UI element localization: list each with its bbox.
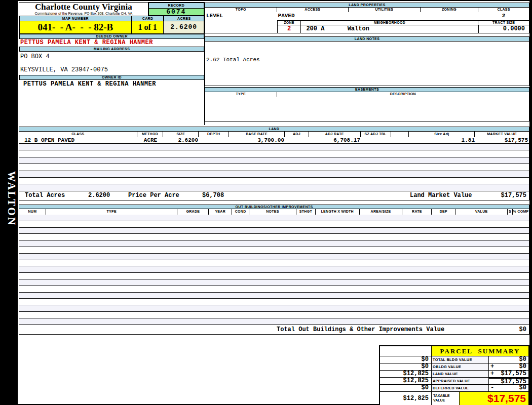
easement-type-header: TYPE — [205, 92, 277, 97]
land-column-headers: CLASS METHOD SIZE DEPTH BASE RATE ADJ AD… — [19, 132, 529, 137]
out-buildings-total-row: Total Out Buildings & Other Improvements… — [19, 325, 529, 335]
summary-row-deferred: $0 DEFERRED VALUE - $0 — [380, 385, 528, 392]
appraised-value-label: APPRAISED VALUE — [432, 378, 489, 385]
empty-row — [19, 221, 529, 228]
map-card-acres-labels: MAP NUMBER CARD ACRES — [19, 16, 204, 21]
county-header-row: Charlotte County Virginia Commissioner o… — [19, 3, 204, 16]
obldg-amount: $0 — [519, 363, 526, 370]
zone-value-spacer — [205, 25, 277, 33]
land-market-value-total: $17,575 — [501, 191, 526, 200]
empty-row — [19, 228, 529, 234]
empty-row — [19, 247, 529, 254]
land-totals-row: Total Acres 2.6200 Price Per Acre $6,708… — [19, 191, 529, 200]
zone-header: ZONE — [277, 20, 301, 25]
ob-col-s: S — [508, 209, 513, 215]
land-empty-rows — [19, 144, 529, 191]
tract-size-header: TRACT SIZE — [478, 20, 529, 25]
taxable-value-label: TAXABLE VALUE — [432, 392, 460, 405]
empty-row — [19, 157, 529, 164]
utilities-header: UTILITIES — [349, 8, 421, 12]
map-number-value: 041- - A- - - 82-B — [19, 21, 132, 34]
empty-row — [19, 279, 529, 286]
taxable-value: $17,575 — [460, 392, 528, 405]
land-row: 12 B OPEN PAVED ACRE 2.6200 3,700.00 6,7… — [19, 137, 529, 144]
price-per-acre-label: Price Per Acre — [128, 191, 179, 200]
empty-row — [19, 215, 529, 221]
empty-row — [19, 164, 529, 171]
empty-row — [19, 273, 529, 279]
empty-row — [19, 150, 529, 157]
empty-row — [19, 260, 529, 267]
summary-row-land: $12,825 LAND VALUE + $17,575 — [380, 371, 528, 378]
land-properties-panel: LAND PROPERTIES TOPO ACCESS UTILITIES ZO… — [205, 3, 529, 122]
county-subtitle: Commissioner of the Revenue, PO Box 308,… — [19, 12, 148, 15]
total-acres-label: Total Acres — [25, 191, 65, 200]
acres-value: 2.6200 — [164, 21, 204, 34]
land-properties-title: LAND PROPERTIES — [205, 3, 529, 8]
ob-col-length-width: LENGTH X WIDTH — [316, 209, 360, 215]
zone-neighborhood-headers: ZONE NEIGHBORHOOD TRACT SIZE — [205, 20, 529, 25]
ob-col-notes: NOTES — [249, 209, 296, 215]
land-value-label: LAND VALUE — [432, 371, 489, 378]
summary-row-taxable: $12,825 TAXABLE VALUE $17,575 — [380, 392, 528, 405]
easement-description-header: DESCRIPTION — [277, 92, 529, 97]
class-value: 2 — [478, 12, 529, 20]
prior-total-bldg-value: $0 — [380, 356, 432, 363]
acres-label: ACRES — [164, 16, 204, 21]
land-size-adj: 1.81 — [410, 137, 475, 143]
district-vertical-label: WALTON — [2, 171, 18, 252]
county-header: Charlotte County Virginia Commissioner o… — [19, 3, 148, 16]
land-market-value: $17,575 — [476, 137, 528, 143]
record-number: 6074 — [148, 9, 204, 16]
owner-id-value: PETTUS PAMELA KENT & REGINA HANMER — [19, 80, 204, 88]
address-line-2: KEYSVILLE, VA 23947-0075 — [20, 66, 108, 73]
easements-box — [205, 97, 529, 122]
neighborhood-value: 200 A Walton — [301, 25, 478, 33]
neighborhood-code: 200 A — [306, 25, 324, 32]
land-col-method: METHOD — [137, 132, 164, 137]
appraised-value: $17,575 — [489, 378, 528, 385]
map-card-acres-values: 041- - A- - - 82-B 1 of 1 2.6200 — [19, 21, 204, 34]
land-title: LAND — [19, 127, 529, 132]
ob-col-grade: GRADE — [177, 209, 209, 215]
empty-row — [19, 171, 529, 178]
empty-row — [19, 299, 529, 305]
empty-row — [19, 240, 529, 247]
empty-row — [19, 184, 529, 191]
out-buildings-total-value: $0 — [519, 325, 526, 334]
map-number-label: MAP NUMBER — [19, 16, 132, 21]
obldg-value-label: OBLDG VALUE — [432, 363, 489, 371]
land-market-value-label: Land Market Value — [410, 191, 472, 200]
ob-col-value: VALUE — [455, 209, 508, 215]
deeded-owner-label: DEEDED OWNER — [19, 34, 204, 39]
empty-row — [19, 254, 529, 260]
summary-row-obldg: $0 OBLDG VALUE + $0 — [380, 363, 528, 371]
zone-value: 2 — [277, 25, 301, 33]
tract-size-value: 0.0000 — [478, 25, 529, 33]
land-col-blank — [391, 132, 409, 137]
ob-col-dep: DEP — [432, 209, 455, 215]
out-buildings-total-label: Total Out Buildings & Other Improvements… — [277, 325, 444, 334]
ob-col-year: YEAR — [209, 209, 232, 215]
empty-row — [19, 286, 529, 293]
ob-col-pct-comp: % COMP — [513, 209, 529, 215]
land-notes-title: LAND NOTES — [205, 36, 529, 42]
prior-taxable-value: $12,825 — [380, 392, 432, 405]
empty-row — [19, 312, 529, 318]
land-size: 2.6200 — [164, 137, 198, 143]
card-value: 1 of 1 — [132, 21, 164, 34]
land-amount: $17,575 — [501, 370, 526, 377]
mailing-address-value: PO BOX 4 KEYSVILLE, VA 23947-0075 — [19, 52, 204, 75]
land-col-base-rate: BASE RATE — [229, 132, 285, 137]
owner-panel-empty-area — [19, 88, 204, 126]
land-properties-headers: TOPO ACCESS UTILITIES ZONING CLASS — [205, 8, 529, 12]
card-label: CARD — [132, 16, 164, 21]
prior-land-value: $12,825 — [380, 371, 432, 378]
deeded-owner-value: PETTUS PAMELA KENT & REGINA HANMER — [19, 39, 204, 47]
zone-row-spacer — [205, 20, 277, 25]
parcel-summary-title: PARCEL SUMMARY — [432, 346, 528, 356]
total-acres-value: 2.6200 — [88, 191, 110, 200]
prior-obldg-value: $0 — [380, 363, 432, 371]
land-col-size: SIZE — [163, 132, 199, 137]
zoning-header: ZONING — [421, 8, 479, 12]
